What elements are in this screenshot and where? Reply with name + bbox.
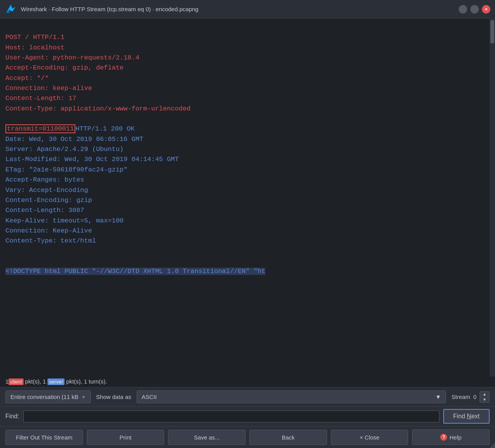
minimize-button[interactable]: [459, 5, 467, 14]
server-badge: server: [47, 378, 64, 385]
shark-icon: [5, 3, 17, 15]
stream-down-button[interactable]: ▼: [480, 397, 489, 402]
svg-line-4: [493, 446, 495, 448]
filter-out-button[interactable]: Filter Out This Stream: [5, 430, 83, 445]
find-input[interactable]: [23, 411, 439, 423]
save-as-button[interactable]: Save as...: [168, 430, 246, 445]
find-label: Find:: [5, 413, 19, 420]
stream-control: Stream 0 ▲ ▼: [451, 391, 490, 403]
transmit-value: transmit=01100011: [5, 124, 75, 133]
conversation-arrow-icon: ▼: [81, 395, 86, 399]
client-badge: client: [8, 378, 23, 385]
ascii-dropdown[interactable]: ASCII ▼: [137, 390, 446, 403]
help-button[interactable]: ? Help: [412, 429, 490, 445]
window-title: Wireshark · Follow HTTP Stream (tcp.stre…: [21, 6, 198, 12]
close-button[interactable]: ×: [482, 5, 490, 14]
close-button-bottom[interactable]: × Close: [331, 430, 409, 445]
stats-mid: pkt(s), 1: [24, 378, 48, 385]
find-row: Find: Find Next: [0, 406, 495, 426]
stream-spinner[interactable]: ▲ ▼: [480, 391, 490, 403]
controls-row1: Entire conversation (11 kB ▼ Show data a…: [0, 387, 495, 406]
scroll-thumb[interactable]: [490, 20, 494, 43]
ascii-value: ASCII: [142, 394, 157, 400]
stream-label: Stream: [451, 394, 470, 400]
title-bar: Wireshark · Follow HTTP Stream (tcp.stre…: [0, 0, 495, 19]
conversation-label: Entire conversation (11 kB: [10, 394, 78, 400]
show-data-label: Show data as: [96, 394, 131, 400]
maximize-button[interactable]: [470, 5, 479, 14]
svg-line-3: [492, 445, 495, 448]
help-icon: ?: [440, 434, 447, 441]
stats-line: 1client pkt(s), 1 server pkt(s), 1 turn(…: [0, 377, 495, 387]
find-next-button[interactable]: Find Next: [443, 409, 490, 424]
print-button[interactable]: Print: [87, 430, 164, 445]
bottom-controls: Entire conversation (11 kB ▼ Show data a…: [0, 387, 495, 448]
help-label: Help: [449, 434, 461, 441]
stream-value: 0: [473, 394, 476, 400]
find-next-label: Find Next: [453, 413, 480, 419]
doctype-line: <!DOCTYPE html PUBLIC "-//W3C//DTD XHTML…: [5, 268, 265, 275]
action-buttons-row: Filter Out This Stream Print Save as... …: [0, 426, 495, 448]
conversation-dropdown[interactable]: Entire conversation (11 kB ▼: [5, 390, 91, 403]
response-first-line: HTTP/1.1 200 OK Date: Wed, 30 Oct 2019 0…: [5, 125, 179, 244]
stats-end: pkt(s), 1 turn(s).: [64, 378, 107, 385]
back-button[interactable]: Back: [249, 430, 327, 445]
stream-content: POST / HTTP/1.1 Host: localhost User-Age…: [0, 19, 490, 377]
scrollbar[interactable]: [490, 19, 495, 377]
resize-grip[interactable]: [489, 442, 495, 448]
request-line-1: POST / HTTP/1.1 Host: localhost User-Age…: [5, 34, 190, 112]
title-bar-left: Wireshark · Follow HTTP Stream (tcp.stre…: [5, 3, 198, 15]
ascii-arrow-icon: ▼: [435, 394, 441, 400]
stream-up-button[interactable]: ▲: [480, 392, 489, 397]
window-controls: ×: [459, 5, 490, 14]
